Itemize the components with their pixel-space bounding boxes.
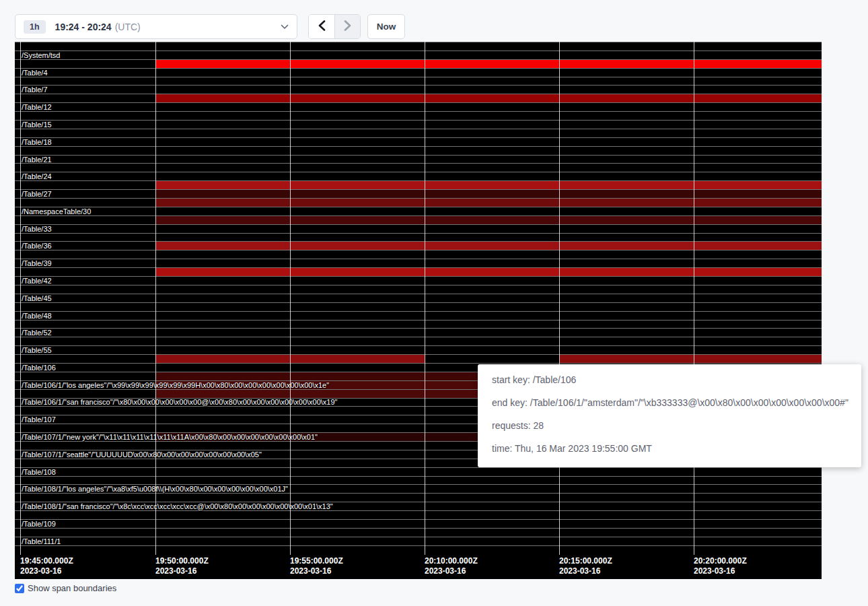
span-gap-row[interactable] bbox=[15, 233, 822, 242]
span-key-label: /Table/27 bbox=[22, 191, 52, 198]
span-key-label: /Table/55 bbox=[22, 347, 52, 354]
heat-band bbox=[155, 190, 290, 198]
span-row[interactable]: /Table/18 bbox=[15, 137, 822, 146]
span-gap-row[interactable] bbox=[15, 285, 822, 294]
heat-band bbox=[290, 190, 425, 198]
span-gap-row[interactable] bbox=[15, 510, 822, 519]
prev-range-button[interactable] bbox=[309, 15, 334, 38]
span-row[interactable]: /Table/48 bbox=[15, 311, 822, 320]
span-row[interactable]: /Table/15 bbox=[15, 120, 822, 129]
span-row[interactable]: /Table/27 bbox=[15, 189, 822, 198]
span-gap-row[interactable] bbox=[15, 198, 822, 207]
heat-band bbox=[290, 390, 425, 398]
span-key-label: /Table/107 bbox=[22, 416, 56, 424]
span-gap-row[interactable] bbox=[15, 77, 822, 86]
span-gap-row[interactable] bbox=[15, 528, 822, 537]
heat-band bbox=[559, 199, 694, 207]
span-row[interactable]: /Table/111/1 bbox=[15, 537, 822, 545]
span-key-label: /Table/24 bbox=[22, 173, 52, 180]
span-row[interactable]: /Table/39 bbox=[15, 259, 822, 267]
span-row[interactable]: /Table/21 bbox=[15, 155, 822, 164]
heat-band bbox=[425, 199, 559, 207]
span-gap-row[interactable] bbox=[15, 320, 822, 329]
span-key-label: /Table/45 bbox=[22, 294, 52, 302]
span-gap-row[interactable] bbox=[15, 215, 822, 224]
span-key-label: /Table/39 bbox=[22, 260, 52, 267]
heat-band bbox=[425, 355, 559, 363]
heat-band bbox=[155, 94, 290, 102]
time-gridline bbox=[20, 42, 21, 555]
span-gap-row[interactable] bbox=[15, 337, 822, 345]
key-visualizer-canvas[interactable]: /System/tsd/Table/4/Table/7/Table/12/Tab… bbox=[15, 42, 822, 579]
time-range-select[interactable]: 1h 19:24 - 20:24 (UTC) bbox=[15, 14, 297, 39]
chevron-left-icon bbox=[318, 20, 326, 33]
span-key-label: /Table/33 bbox=[22, 225, 52, 232]
heat-band bbox=[290, 181, 425, 189]
heat-band bbox=[290, 355, 425, 363]
span-gap-row[interactable] bbox=[15, 250, 822, 259]
now-button[interactable]: Now bbox=[367, 14, 405, 39]
span-row[interactable]: /Table/36 bbox=[15, 241, 822, 250]
show-span-boundaries-control[interactable]: Show span boundaries bbox=[15, 583, 116, 593]
span-row[interactable]: /Table/45 bbox=[15, 294, 822, 302]
span-row[interactable]: /Table/108/1/"san francisco"/"\x8c\xcc\x… bbox=[15, 502, 822, 510]
span-gap-row[interactable] bbox=[15, 493, 822, 502]
span-gap-row[interactable] bbox=[15, 111, 822, 120]
span-gap-row[interactable] bbox=[15, 354, 822, 363]
heat-band bbox=[155, 199, 290, 207]
heat-band bbox=[155, 268, 290, 276]
span-gap-row[interactable] bbox=[15, 163, 822, 172]
time-axis-label: 19:45:00.000Z2023-03-16 bbox=[20, 556, 73, 576]
heat-band bbox=[694, 242, 822, 250]
span-gap-row[interactable] bbox=[15, 94, 822, 102]
span-row[interactable]: /Table/108 bbox=[15, 467, 822, 476]
span-row[interactable]: /Table/24 bbox=[15, 172, 822, 180]
hover-tooltip: start key: /Table/106 end key: /Table/10… bbox=[478, 364, 861, 467]
heat-band bbox=[290, 372, 425, 380]
chevron-down-icon bbox=[281, 24, 289, 30]
span-key-label: /Table/106 bbox=[22, 364, 56, 371]
span-row[interactable]: /NamespaceTable/30 bbox=[15, 207, 822, 215]
heatmap-strips[interactable]: /System/tsd/Table/4/Table/7/Table/12/Tab… bbox=[15, 42, 822, 554]
heat-band bbox=[425, 242, 559, 250]
span-row[interactable]: /Table/7 bbox=[15, 85, 822, 94]
span-row[interactable]: /Table/12 bbox=[15, 102, 822, 111]
tooltip-requests: requests: 28 bbox=[492, 414, 852, 437]
span-row[interactable]: /Table/42 bbox=[15, 276, 822, 285]
heat-band bbox=[290, 60, 425, 68]
time-axis-label: 19:50:00.000Z2023-03-16 bbox=[155, 556, 209, 576]
span-row[interactable]: /Table/33 bbox=[15, 224, 822, 233]
span-key-label: /Table/21 bbox=[22, 156, 52, 163]
span-gap-row[interactable] bbox=[15, 476, 822, 485]
show-span-boundaries-checkbox[interactable] bbox=[15, 584, 24, 593]
span-gap-row[interactable] bbox=[15, 267, 822, 276]
span-gap-row[interactable] bbox=[15, 42, 822, 50]
heat-band bbox=[155, 242, 290, 250]
span-row[interactable]: /Table/4 bbox=[15, 68, 822, 77]
span-key-label: /Table/52 bbox=[22, 329, 52, 337]
span-key-label: /System/tsd bbox=[22, 51, 60, 59]
heat-band bbox=[155, 372, 290, 380]
heat-band bbox=[559, 190, 694, 198]
span-row[interactable]: /Table/52 bbox=[15, 328, 822, 337]
time-gridline bbox=[559, 42, 560, 555]
span-key-label: /Table/108/1/"los angeles"/"\xa8\xf5\u00… bbox=[22, 485, 288, 493]
span-row[interactable]: /Table/109 bbox=[15, 519, 822, 528]
time-gridline bbox=[155, 42, 156, 555]
heat-band bbox=[155, 181, 290, 189]
span-row[interactable]: /Table/55 bbox=[15, 345, 822, 354]
span-gap-row[interactable] bbox=[15, 180, 822, 189]
heat-band bbox=[694, 94, 822, 102]
span-gap-row[interactable] bbox=[15, 302, 822, 311]
span-key-label: /Table/107/1/"seattle"/"UUUUUUD\x00\x80\… bbox=[22, 450, 262, 458]
heat-band bbox=[425, 181, 559, 189]
span-gap-row[interactable] bbox=[15, 129, 822, 137]
span-gap-row[interactable] bbox=[15, 545, 822, 554]
span-gap-row[interactable] bbox=[15, 146, 822, 155]
span-gap-row[interactable] bbox=[15, 59, 822, 68]
span-key-label: /Table/42 bbox=[22, 277, 52, 284]
span-key-label: /Table/48 bbox=[22, 312, 52, 319]
span-row[interactable]: /System/tsd bbox=[15, 50, 822, 59]
next-range-button[interactable] bbox=[334, 15, 360, 38]
span-row[interactable]: /Table/108/1/"los angeles"/"\xa8\xf5\u00… bbox=[15, 484, 822, 493]
